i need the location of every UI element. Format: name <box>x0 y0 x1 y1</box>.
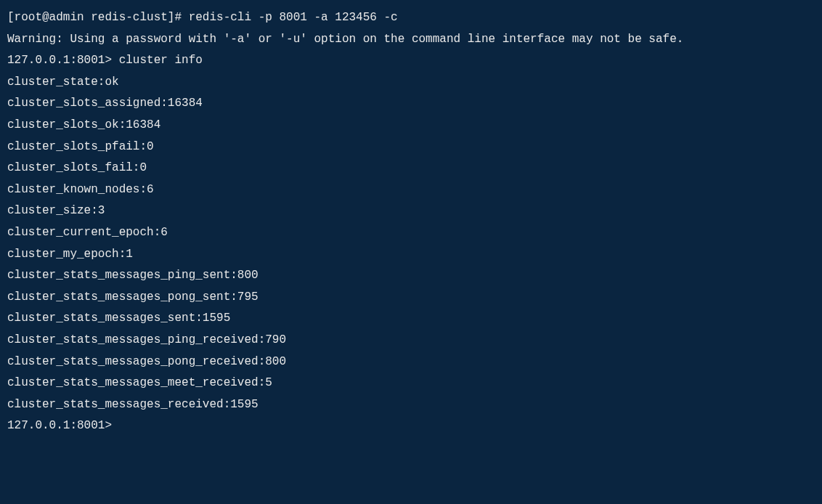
terminal-window[interactable]: [root@admin redis-clust]# redis-cli -p 8… <box>7 7 815 437</box>
redis-prompt-line-1: 127.0.0.1:8001> cluster info <box>7 50 815 72</box>
output-messages-sent: cluster_stats_messages_sent:1595 <box>7 308 815 330</box>
shell-command: redis-cli -p 8001 -a 123456 -c <box>189 11 398 24</box>
output-cluster-my-epoch: cluster_my_epoch:1 <box>7 244 815 266</box>
redis-command: cluster info <box>119 54 203 67</box>
shell-prompt: [root@admin redis-clust]# <box>7 11 189 24</box>
output-cluster-slots-pfail: cluster_slots_pfail:0 <box>7 137 815 158</box>
shell-prompt-line: [root@admin redis-clust]# redis-cli -p 8… <box>7 7 815 29</box>
output-cluster-state: cluster_state:ok <box>7 72 815 94</box>
redis-prompt: 127.0.0.1:8001> <box>7 54 119 67</box>
output-cluster-known-nodes: cluster_known_nodes:6 <box>7 179 815 201</box>
redis-prompt-line-2[interactable]: 127.0.0.1:8001> <box>7 415 815 437</box>
output-ping-sent: cluster_stats_messages_ping_sent:800 <box>7 265 815 287</box>
output-cluster-current-epoch: cluster_current_epoch:6 <box>7 222 815 244</box>
output-meet-received: cluster_stats_messages_meet_received:5 <box>7 373 815 394</box>
output-cluster-size: cluster_size:3 <box>7 200 815 222</box>
warning-line: Warning: Using a password with '-a' or '… <box>7 29 815 51</box>
output-cluster-slots-fail: cluster_slots_fail:0 <box>7 158 815 179</box>
output-pong-sent: cluster_stats_messages_pong_sent:795 <box>7 287 815 309</box>
output-ping-received: cluster_stats_messages_ping_received:790 <box>7 330 815 351</box>
output-messages-received: cluster_stats_messages_received:1595 <box>7 394 815 416</box>
output-cluster-slots-ok: cluster_slots_ok:16384 <box>7 115 815 137</box>
output-pong-received: cluster_stats_messages_pong_received:800 <box>7 351 815 373</box>
output-cluster-slots-assigned: cluster_slots_assigned:16384 <box>7 93 815 115</box>
redis-prompt: 127.0.0.1:8001> <box>7 419 119 432</box>
